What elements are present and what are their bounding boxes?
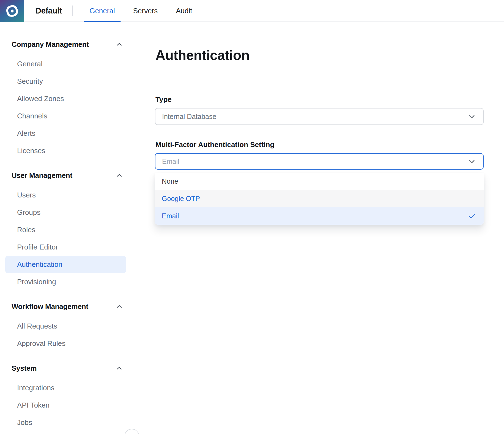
- app-logo[interactable]: [0, 0, 24, 22]
- sidebar-item-authentication[interactable]: Authentication: [5, 256, 126, 273]
- sidebar-item-users[interactable]: Users: [0, 186, 132, 204]
- option-label: None: [162, 177, 178, 185]
- sidebar-section-header-company-management[interactable]: Company Management: [0, 39, 132, 49]
- chevron-up-icon: [116, 172, 123, 179]
- chevron-down-icon: [468, 157, 476, 166]
- sidebar-item-allowed-zones[interactable]: Allowed Zones: [0, 90, 132, 107]
- sidebar-item-channels[interactable]: Channels: [0, 107, 132, 125]
- topbar-tabs: GeneralServersAudit: [89, 0, 192, 21]
- sidebar-item-roles[interactable]: Roles: [0, 221, 132, 238]
- sidebar-item-provisioning[interactable]: Provisioning: [0, 273, 132, 291]
- sidebar-item-integrations[interactable]: Integrations: [0, 379, 132, 397]
- sidebar-section-title: System: [12, 364, 37, 373]
- sidebar-section-title: Workflow Management: [12, 302, 88, 311]
- chevron-down-icon: [468, 112, 476, 121]
- sidebar-item-licenses[interactable]: Licenses: [0, 142, 132, 159]
- sidebar-section-header-workflow-management[interactable]: Workflow Management: [0, 302, 132, 311]
- topbar: Default GeneralServersAudit: [0, 0, 504, 22]
- sidebar-section-company-management: Company ManagementGeneralSecurityAllowed…: [0, 39, 132, 159]
- page-title: Authentication: [155, 47, 504, 64]
- tab-audit[interactable]: Audit: [176, 0, 192, 21]
- sidebar-item-api-token[interactable]: API Token: [0, 397, 132, 414]
- sidebar-section-header-user-management[interactable]: User Management: [0, 170, 132, 180]
- main-content: Authentication Type Internal Database Mu…: [132, 22, 504, 434]
- tab-general[interactable]: General: [89, 0, 115, 21]
- sidebar-section-header-system[interactable]: System: [0, 363, 132, 373]
- tab-servers[interactable]: Servers: [133, 0, 158, 21]
- type-field-label: Type: [155, 95, 484, 104]
- mfa-field: Multi-Factor Authentication Setting Emai…: [155, 140, 484, 225]
- sidebar-nav: Company ManagementGeneralSecurityAllowed…: [0, 39, 132, 431]
- sidebar: Company ManagementGeneralSecurityAllowed…: [0, 22, 132, 434]
- type-field: Type Internal Database: [155, 95, 484, 125]
- type-select-value: Internal Database: [162, 113, 216, 121]
- sidebar-section-workflow-management: Workflow ManagementAll RequestsApproval …: [0, 302, 132, 352]
- chevron-up-icon: [116, 303, 123, 310]
- option-label: Google OTP: [162, 195, 200, 203]
- sidebar-item-general[interactable]: General: [0, 55, 132, 73]
- chevron-up-icon: [116, 365, 123, 372]
- option-email[interactable]: Email: [155, 207, 484, 225]
- sidebar-section-title: Company Management: [12, 40, 89, 49]
- topbar-divider: [72, 6, 73, 16]
- mfa-select[interactable]: Email: [155, 153, 484, 170]
- option-google-otp[interactable]: Google OTP: [155, 190, 484, 207]
- workspace-name: Default: [35, 6, 62, 15]
- sidebar-item-approval-rules[interactable]: Approval Rules: [0, 335, 132, 352]
- sidebar-item-all-requests[interactable]: All Requests: [0, 318, 132, 335]
- mfa-field-label: Multi-Factor Authentication Setting: [155, 140, 484, 149]
- mfa-select-placeholder: Email: [162, 158, 179, 166]
- mfa-dropdown-menu: NoneGoogle OTPEmail: [155, 173, 484, 225]
- option-none[interactable]: None: [155, 173, 484, 190]
- sidebar-item-profile-editor[interactable]: Profile Editor: [0, 238, 132, 256]
- sidebar-section-title: User Management: [12, 171, 72, 180]
- sidebar-section-system: SystemIntegrationsAPI TokenJobs: [0, 363, 132, 431]
- check-icon: [468, 212, 476, 220]
- type-select[interactable]: Internal Database: [155, 108, 484, 125]
- option-label: Email: [162, 212, 179, 220]
- sidebar-item-security[interactable]: Security: [0, 73, 132, 90]
- sidebar-section-user-management: User ManagementUsersGroupsRolesProfile E…: [0, 170, 132, 291]
- sidebar-item-groups[interactable]: Groups: [0, 204, 132, 221]
- chevron-up-icon: [116, 41, 123, 48]
- sidebar-item-alerts[interactable]: Alerts: [0, 125, 132, 142]
- app-logo-icon: [3, 2, 21, 20]
- sidebar-item-jobs[interactable]: Jobs: [0, 414, 132, 431]
